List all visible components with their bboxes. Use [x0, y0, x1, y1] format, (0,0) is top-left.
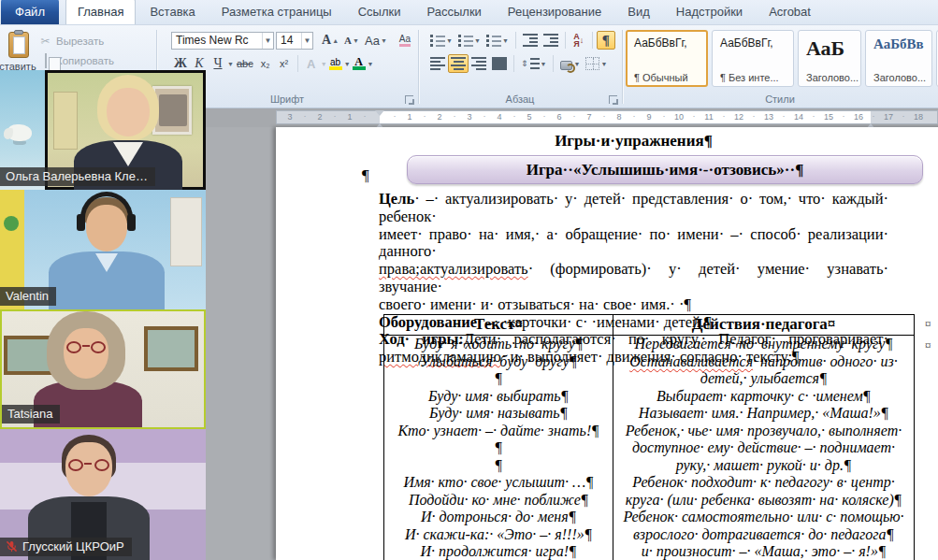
ruler-tick: · [663, 111, 666, 121]
paste-clipboard-icon [8, 32, 29, 58]
borders-grid-icon [585, 57, 599, 70]
ruler-number: 13 [764, 112, 773, 122]
chevron-down-icon: ▼ [262, 33, 273, 49]
cut-label: Вырезать [56, 36, 104, 47]
video-call-panel: Ольга Валерьевна Кле… Valentin Tats [0, 70, 206, 560]
shading-button[interactable]: ▼ [557, 54, 583, 73]
video-tile-glussky[interactable]: Глусский ЦКРОиР [0, 429, 206, 560]
ruler-tick: · [543, 111, 546, 121]
font-dialog-launcher-icon[interactable] [405, 95, 413, 104]
glasses [67, 459, 110, 472]
tab-разметка-страницы[interactable]: Разметка страницы [209, 0, 344, 24]
tab-рассылки[interactable]: Рассылки [415, 0, 494, 24]
show-formatting-marks-button[interactable]: ¶ [597, 31, 615, 50]
ruler-number: 5 [527, 112, 531, 122]
ruler-tick: · [603, 111, 606, 121]
increase-indent-icon [543, 34, 558, 47]
style-name: ¶ Без инте... [720, 72, 787, 83]
ruler-number: 9 [646, 112, 651, 122]
clear-formatting-button[interactable]: Аа [396, 31, 414, 50]
line-spacing-icon: ⇕ [521, 59, 528, 68]
sort-button[interactable]: АЯ ↓ [570, 31, 588, 50]
table-text-line: Буду· я· ходить· по· кругу¶ [384, 336, 613, 353]
justify-button[interactable] [489, 54, 510, 73]
paragraph-group-label: Абзац [418, 93, 622, 105]
font-size-combo[interactable]: 14 ▼ [276, 32, 313, 50]
ruler-tick: · [424, 111, 426, 121]
increase-indent-button[interactable] [541, 31, 561, 50]
align-center-button[interactable] [448, 54, 469, 73]
cut-button[interactable]: ✂ Вырезать [37, 31, 114, 50]
style-card-4[interactable]: АаБбВвЗаголово... [865, 30, 932, 87]
table-text-line: Буду· имя· называть¶ [384, 405, 613, 423]
ruler-number: 15 [824, 112, 833, 122]
ruler-number: 16 [854, 112, 863, 122]
style-card-1[interactable]: АаБбВвГг,¶ Обычный [626, 30, 708, 87]
tab-рецензирование[interactable]: Рецензирование [496, 0, 613, 24]
superscript-button[interactable]: x² [275, 54, 294, 73]
participant-name-label: Tatsiana [2, 405, 60, 424]
ruler-number: 2 [317, 112, 322, 122]
table-action-line: и· произносит· –· «Маша,· это· –· я!»¶ [613, 543, 914, 560]
headphones-icon [80, 192, 133, 220]
font-color-button[interactable]: А [351, 54, 368, 73]
document-page[interactable]: Игры·и·упражнения¶ Игра··«Услышишь·имя·-… [276, 127, 938, 560]
body-line: права;актуализировать· (формировать)· у·… [379, 261, 888, 296]
style-preview: АаБбВвГг, [634, 36, 701, 50]
tab-ссылки[interactable]: Ссылки [346, 0, 413, 24]
video-tile-tatsiana-active-speaker[interactable]: Tatsiana [0, 309, 206, 429]
bullets-button[interactable]: ▼ [427, 31, 455, 50]
ruler-tick: · [753, 111, 756, 121]
video-tile-valentin[interactable]: Valentin [0, 190, 206, 309]
multilevel-list-icon [486, 34, 501, 47]
borders-button[interactable]: ▼ [583, 54, 610, 73]
style-card-3[interactable]: АаБЗаголово... [798, 30, 861, 87]
highlight-color-button[interactable]: ab [327, 54, 344, 73]
chevron-down-icon[interactable]: ▼ [227, 61, 234, 67]
first-line-indent-marker[interactable] [375, 110, 384, 116]
change-case-button[interactable]: Аа▼ [362, 31, 390, 50]
table-text-line: И· продолжится· игра!¶ [384, 543, 613, 560]
ruler-number: 3 [467, 112, 471, 122]
decrease-indent-button[interactable] [520, 31, 541, 50]
ruler-number: 18 [914, 112, 923, 122]
underline-button[interactable]: Ч [209, 54, 227, 73]
paragraph-dialog-launcher-icon[interactable] [609, 95, 617, 104]
tab-надстройки[interactable]: Надстройки [664, 0, 755, 24]
ruler-tick: · [334, 111, 337, 121]
align-left-button[interactable] [427, 54, 448, 73]
style-name: ¶ Обычный [634, 72, 701, 83]
tab-файл[interactable]: Файл [1, 0, 59, 24]
video-tile-olga[interactable]: Ольга Валерьевна Кле… [0, 70, 206, 190]
highlight-color-bar [329, 66, 342, 70]
justify-icon [492, 57, 507, 70]
align-right-button[interactable] [469, 54, 489, 73]
paint-bucket-icon [560, 61, 572, 70]
ruler-tick: · [902, 111, 905, 121]
style-name: Заголово... [873, 72, 926, 83]
multilevel-list-button[interactable]: ▼ [483, 31, 512, 50]
ruler-tick: · [873, 111, 875, 121]
grow-font-button[interactable]: А▲ [319, 31, 341, 50]
style-card-2[interactable]: АаБбВвГг,¶ Без инте... [712, 30, 794, 87]
table-text-line: Улыбаться· буду· другу¶ [384, 353, 613, 371]
paragraph-group: ▼ ▼ ▼ АЯ ↓ ¶ ⇕▼ [418, 25, 622, 108]
tab-вставка[interactable]: Вставка [137, 0, 207, 24]
ruler-number: 4 [497, 112, 501, 122]
ruler-number: 1 [407, 112, 411, 122]
align-center-icon [451, 57, 466, 70]
tab-acrobat[interactable]: Acrobat [757, 0, 823, 24]
numbering-button[interactable]: ▼ [455, 31, 483, 50]
tab-главная[interactable]: Главная [65, 0, 136, 24]
ruler-tick: · [633, 111, 636, 121]
ruler[interactable]: 3·2·1··1·2·3·4·5·6·7·8·9·10·11·12·13·14·… [276, 110, 938, 124]
tab-вид[interactable]: Вид [615, 0, 662, 24]
text-effects-button[interactable]: А [302, 54, 321, 73]
subscript-button[interactable]: x₂ [256, 54, 275, 73]
shrink-font-button[interactable]: А▼ [341, 31, 362, 50]
copy-button[interactable]: Копировать [37, 50, 114, 70]
ruler-tick: · [693, 111, 696, 121]
font-family-combo[interactable]: Times New Rc ▼ [171, 32, 274, 50]
line-spacing-button[interactable]: ⇕▼ [518, 54, 549, 73]
strikethrough-button[interactable]: abc [234, 54, 256, 73]
